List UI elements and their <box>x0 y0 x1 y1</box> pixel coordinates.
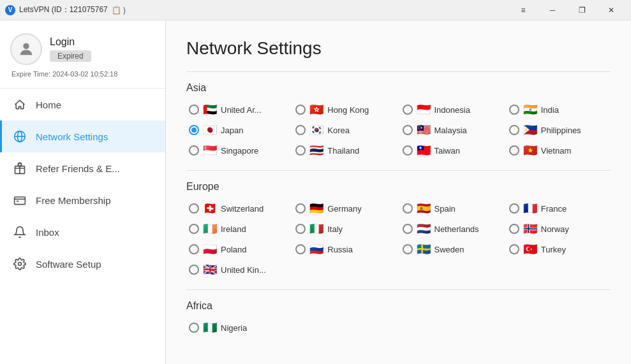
sidebar-item-software-setup[interactable]: Software Setup <box>0 248 165 280</box>
country-flag: 🇳🇬 <box>203 322 217 333</box>
country-name: Switzerland <box>221 204 264 214</box>
country-name: Malaysia <box>434 126 467 135</box>
country-item[interactable]: 🇮🇹Italy <box>293 222 397 236</box>
country-item[interactable]: 🇮🇳India <box>507 103 611 117</box>
radio-button[interactable] <box>509 244 519 254</box>
radio-button[interactable] <box>189 105 199 115</box>
radio-button[interactable] <box>295 145 306 156</box>
country-flag: 🇲🇾 <box>417 124 431 136</box>
country-item[interactable]: 🇹🇷Turkey <box>507 242 611 256</box>
radio-button[interactable] <box>295 203 306 214</box>
country-item[interactable]: 🇬🇧United Kin... <box>186 263 290 277</box>
radio-button[interactable] <box>403 105 413 115</box>
country-item[interactable]: 🇮🇪Ireland <box>186 222 290 236</box>
radio-button[interactable] <box>509 203 519 214</box>
asia-divider <box>186 71 611 72</box>
menu-button[interactable]: ≡ <box>509 0 538 20</box>
country-item[interactable]: 🇫🇷France <box>507 201 611 215</box>
country-item[interactable]: 🇳🇬Nigeria <box>186 321 249 335</box>
radio-button[interactable] <box>509 125 519 135</box>
content-scroll[interactable]: Asia 🇦🇪United Ar...🇭🇰Hong Kong🇮🇩Indonesi… <box>166 71 631 364</box>
sidebar-item-network-settings[interactable]: Network Settings <box>0 120 165 152</box>
country-name: Vietnam <box>541 146 571 156</box>
country-item[interactable]: 🇩🇪Germany <box>293 201 397 215</box>
country-flag: 🇻🇳 <box>523 145 537 156</box>
user-row: Login Expired <box>10 33 91 65</box>
country-name: Singapore <box>221 146 258 156</box>
country-item[interactable]: 🇵🇱Poland <box>186 242 290 256</box>
country-item[interactable]: 🇵🇭Philippines <box>507 123 611 137</box>
country-item[interactable]: 🇷🇺Russia <box>293 242 397 256</box>
radio-button[interactable] <box>189 323 199 333</box>
country-name: Poland <box>221 245 246 254</box>
country-flag: 🇯🇵 <box>203 124 217 136</box>
inbox-label: Inbox <box>36 227 59 238</box>
country-item[interactable]: 🇸🇬Singapore <box>186 143 290 157</box>
country-item[interactable]: 🇳🇴Norway <box>507 222 611 236</box>
country-name: United Ar... <box>221 105 262 115</box>
country-item[interactable]: 🇹🇭Thailand <box>293 143 397 157</box>
country-name: India <box>541 105 559 115</box>
africa-title: Africa <box>186 300 611 312</box>
close-button[interactable]: ✕ <box>597 0 626 20</box>
app-title: LetsVPN (ID：121075767 <box>19 4 108 15</box>
country-name: United Kin... <box>221 265 266 275</box>
africa-divider <box>186 289 611 290</box>
country-flag: 🇸🇬 <box>203 145 217 156</box>
radio-button[interactable] <box>295 244 306 254</box>
country-item[interactable]: 🇯🇵Japan <box>186 123 290 137</box>
gift-icon <box>13 161 27 175</box>
user-name: Login <box>50 36 91 48</box>
asia-country-grid: 🇦🇪United Ar...🇭🇰Hong Kong🇮🇩Indonesia🇮🇳In… <box>186 103 611 157</box>
country-flag: 🇵🇭 <box>523 124 537 136</box>
country-item[interactable]: 🇮🇩Indonesia <box>400 103 504 117</box>
sidebar-item-inbox[interactable]: Inbox <box>0 216 165 248</box>
country-item[interactable]: 🇲🇾Malaysia <box>400 123 504 137</box>
country-name: Taiwan <box>434 146 460 156</box>
radio-button[interactable] <box>189 265 199 275</box>
software-setup-label: Software Setup <box>36 259 101 270</box>
radio-button[interactable] <box>509 105 519 115</box>
radio-button[interactable] <box>509 145 519 156</box>
country-item[interactable]: 🇦🇪United Ar... <box>186 103 290 117</box>
minimize-button[interactable]: ─ <box>538 0 567 20</box>
country-flag: 🇮🇩 <box>417 104 431 115</box>
country-flag: 🇬🇧 <box>203 264 217 275</box>
radio-button[interactable] <box>295 125 306 135</box>
europe-divider <box>186 170 611 171</box>
radio-button[interactable] <box>189 145 199 156</box>
radio-button[interactable] <box>509 224 519 234</box>
radio-button[interactable] <box>189 224 199 234</box>
country-name: Norway <box>541 224 569 234</box>
membership-icon <box>13 193 27 207</box>
country-name: Spain <box>434 204 456 214</box>
country-name: France <box>541 204 567 214</box>
country-item[interactable]: 🇹🇼Taiwan <box>400 143 504 157</box>
radio-button[interactable] <box>403 203 413 214</box>
radio-button[interactable] <box>403 224 413 234</box>
country-item[interactable]: 🇪🇸Spain <box>400 201 504 215</box>
country-item[interactable]: 🇰🇷Korea <box>293 123 397 137</box>
country-flag: 🇨🇭 <box>203 203 217 214</box>
radio-button[interactable] <box>403 125 413 135</box>
radio-button[interactable] <box>189 203 199 214</box>
country-item[interactable]: 🇨🇭Switzerland <box>186 201 290 215</box>
country-item[interactable]: 🇻🇳Vietnam <box>507 143 611 157</box>
sidebar-item-free-membership[interactable]: Free Membership <box>0 184 165 216</box>
copy-icon[interactable]: 📋 ) <box>112 6 126 15</box>
restore-button[interactable]: ❐ <box>567 0 597 20</box>
country-item[interactable]: 🇳🇱Netherlands <box>400 222 504 236</box>
radio-button[interactable] <box>295 224 306 234</box>
radio-button[interactable] <box>189 125 199 135</box>
country-item[interactable]: 🇭🇰Hong Kong <box>293 103 397 117</box>
country-flag: 🇮🇳 <box>523 104 537 115</box>
sidebar-item-home[interactable]: Home <box>0 89 165 120</box>
expired-badge: Expired <box>50 50 91 62</box>
radio-button[interactable] <box>403 145 413 156</box>
radio-button[interactable] <box>295 105 306 115</box>
sidebar-item-refer[interactable]: Refer Friends & E... <box>0 152 165 184</box>
country-item[interactable]: 🇸🇪Sweden <box>400 242 504 256</box>
radio-button[interactable] <box>403 244 413 254</box>
country-name: Turkey <box>541 245 566 254</box>
radio-button[interactable] <box>189 244 199 254</box>
